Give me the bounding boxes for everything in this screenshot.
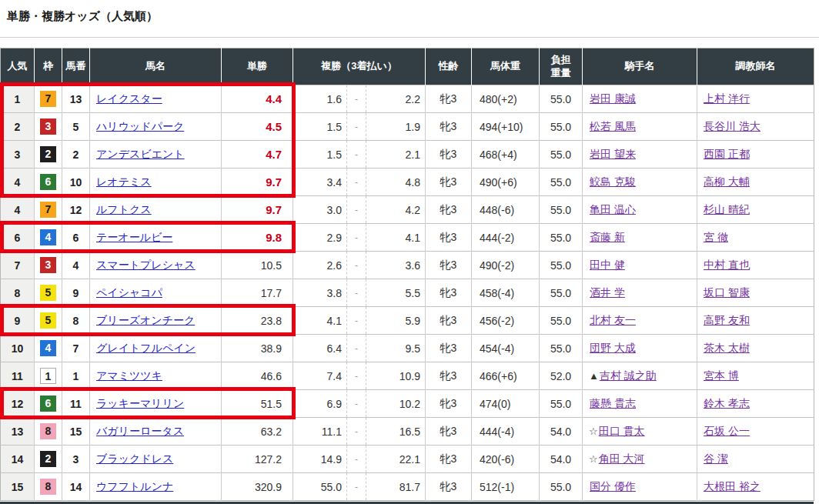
- trainer-link[interactable]: 鈴木 孝志: [704, 397, 750, 409]
- trainer-link[interactable]: 茶木 太樹: [704, 342, 750, 354]
- horse-name-cell: スマートプレシャス: [90, 252, 222, 279]
- jockey-mark: ▲: [589, 370, 599, 382]
- horse-name-link[interactable]: レオテミス: [96, 175, 152, 188]
- jockey-link[interactable]: 角田 大河: [599, 452, 645, 465]
- horse-name-link[interactable]: アマミツツキ: [96, 369, 162, 382]
- horse-number-cell: 14: [62, 473, 90, 501]
- frame-badge: 8: [40, 479, 56, 495]
- trainer-link[interactable]: 谷 潔: [704, 452, 728, 465]
- horse-weight-cell: 456(-2): [472, 307, 540, 335]
- place-odds-high-cell: 9.5: [366, 335, 426, 362]
- place-odds-separator: -: [347, 113, 366, 141]
- frame-cell: 7: [35, 196, 62, 224]
- place-odds-high-cell: 2.1: [366, 141, 426, 169]
- trainer-link[interactable]: 大根田 裕之: [704, 480, 760, 492]
- rank-cell: 15: [1, 473, 35, 501]
- sex-age-cell: 牝3: [426, 446, 472, 473]
- horse-name-link[interactable]: グレイトフルペイン: [96, 342, 196, 354]
- place-odds-high-cell: 1.9: [366, 113, 426, 141]
- horse-number-cell: 12: [62, 196, 90, 224]
- col-header-impost: 負担 重量: [540, 48, 583, 85]
- place-odds-separator: -: [347, 446, 366, 473]
- horse-name-link[interactable]: ブラックドレス: [96, 452, 173, 465]
- place-odds-high-cell: 2.2: [366, 85, 426, 113]
- jockey-link[interactable]: 田口 貫太: [599, 425, 645, 437]
- horse-name-link[interactable]: ブリーズオンチーク: [96, 314, 195, 326]
- trainer-link[interactable]: 坂口 智康: [704, 286, 750, 299]
- horse-name-link[interactable]: バガリーロータス: [96, 425, 184, 437]
- jockey-link[interactable]: 亀田 温心: [590, 203, 636, 215]
- horse-weight-cell: 444(-4): [472, 418, 540, 446]
- jockey-link[interactable]: 北村 友一: [590, 314, 636, 326]
- horse-name-link[interactable]: ウフフトルンナ: [96, 480, 173, 492]
- jockey-link[interactable]: 岩田 望来: [590, 148, 636, 160]
- trainer-cell: 杉山 晴紀: [697, 196, 814, 224]
- win-odds-cell: 4.5: [222, 113, 293, 141]
- sex-age-cell: 牝3: [426, 279, 472, 307]
- win-odds-cell: 9.8: [222, 224, 293, 252]
- jockey-cell: 鮫島 克駿: [583, 169, 697, 196]
- frame-badge: 4: [40, 340, 56, 356]
- frame-badge: 8: [40, 423, 56, 439]
- rank-cell: 9: [1, 307, 35, 335]
- jockey-link[interactable]: 斎藤 新: [590, 231, 625, 243]
- trainer-link[interactable]: 宮 徹: [704, 231, 728, 243]
- trainer-link[interactable]: 長谷川 浩大: [704, 120, 760, 132]
- place-odds-separator: -: [347, 279, 366, 307]
- frame-cell: 2: [35, 446, 62, 473]
- horse-name-link[interactable]: レイクスター: [96, 92, 162, 105]
- horse-number-cell: 13: [62, 85, 90, 113]
- horse-name-link[interactable]: ハリウッドパーク: [96, 120, 184, 132]
- jockey-link[interactable]: 岩田 康誠: [590, 92, 636, 105]
- rank-cell: 8: [1, 279, 35, 307]
- jockey-link[interactable]: 吉村 誠之助: [600, 369, 657, 382]
- jockey-link[interactable]: 鮫島 克駿: [590, 175, 636, 188]
- trainer-link[interactable]: 西園 正都: [704, 148, 750, 160]
- trainer-cell: 宮 徹: [697, 224, 814, 252]
- rank-cell: 12: [1, 390, 35, 418]
- place-odds-separator: -: [347, 252, 366, 279]
- horse-name-link[interactable]: スマートプレシャス: [96, 259, 196, 271]
- trainer-link[interactable]: 杉山 晴紀: [704, 203, 750, 215]
- trainer-cell: 西園 正都: [697, 141, 814, 169]
- win-odds-cell: 320.9: [222, 473, 293, 501]
- jockey-link[interactable]: 田中 健: [590, 259, 625, 271]
- impost-cell: 54.0: [540, 446, 583, 473]
- impost-cell: 55.0: [540, 307, 583, 335]
- horse-name-link[interactable]: アンデスビエント: [96, 148, 185, 160]
- horse-name-link[interactable]: ペイシャコパ: [96, 286, 162, 299]
- trainer-link[interactable]: 高柳 大輔: [704, 175, 750, 188]
- jockey-link[interactable]: 松若 風馬: [590, 120, 636, 132]
- odds-table: 人気 枠 馬番 馬名 単勝 複勝（3着払い） 性齢 馬体重 負担 重量 騎手名 …: [0, 48, 814, 501]
- sex-age-cell: 牝3: [426, 307, 472, 335]
- jockey-link[interactable]: 藤懸 貴志: [590, 397, 636, 409]
- trainer-cell: 石坂 公一: [697, 418, 814, 446]
- jockey-link[interactable]: 団野 大成: [590, 342, 636, 354]
- trainer-link[interactable]: 中村 直也: [704, 259, 750, 271]
- table-row: 11 1 1 アマミツツキ 46.6 7.4 - 10.9 牝3 466(+6)…: [1, 362, 814, 390]
- jockey-link[interactable]: 国分 優作: [590, 480, 636, 492]
- horse-name-link[interactable]: テーオールビー: [96, 231, 172, 243]
- col-header-rank: 人気: [1, 48, 35, 85]
- horse-name-cell: ルフトクス: [90, 196, 222, 224]
- trainer-link[interactable]: 高野 友和: [704, 314, 750, 326]
- table-row: 8 5 9 ペイシャコパ 17.7 3.8 - 5.5 牝3 458(-4) 5…: [1, 279, 814, 307]
- horse-number-cell: 8: [62, 307, 90, 335]
- sex-age-cell: 牝3: [426, 141, 472, 169]
- horse-name-cell: アンデスビエント: [90, 141, 222, 169]
- trainer-cell: 大根田 裕之: [697, 473, 814, 501]
- place-odds-high-cell: 10.2: [366, 390, 426, 418]
- trainer-link[interactable]: 石坂 公一: [704, 425, 750, 437]
- frame-cell: 6: [35, 169, 62, 196]
- trainer-link[interactable]: 上村 洋行: [704, 92, 750, 105]
- odds-table-body: 1 7 13 レイクスター 4.4 1.6 - 2.2 牝3 480(+2) 5…: [1, 85, 814, 501]
- trainer-link[interactable]: 宮本 博: [704, 369, 739, 382]
- win-odds-cell: 23.8: [222, 307, 293, 335]
- jockey-link[interactable]: 酒井 学: [590, 286, 625, 299]
- horse-weight-cell: 468(+4): [472, 141, 540, 169]
- horse-name-cell: ハリウッドパーク: [90, 113, 222, 141]
- table-row: 1 7 13 レイクスター 4.4 1.6 - 2.2 牝3 480(+2) 5…: [1, 85, 814, 113]
- frame-badge: 2: [40, 451, 56, 467]
- horse-name-link[interactable]: ルフトクス: [96, 203, 152, 215]
- horse-name-link[interactable]: ラッキーマリリン: [96, 397, 184, 409]
